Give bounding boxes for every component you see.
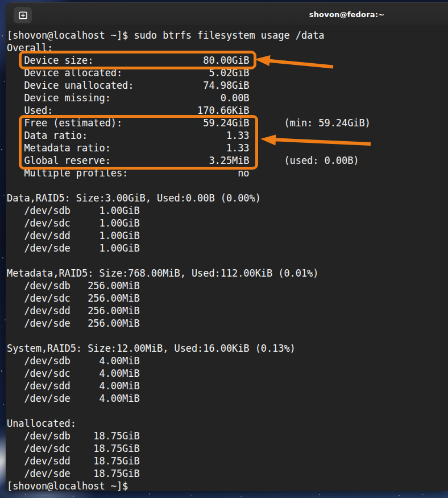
terminal-line: /dev/sdd 4.00MiB <box>7 380 448 392</box>
terminal-line: Free (estimated): 59.24GiB (min: 59.24Gi… <box>7 117 448 129</box>
terminal-line-prompt: [shovon@localhost ~]$ <box>7 480 448 491</box>
terminal-line: /dev/sdb 1.00GiB <box>7 204 448 217</box>
terminal-line <box>7 254 448 267</box>
terminal-line: /dev/sde 18.75GiB <box>7 467 448 480</box>
terminal-line: Metadata,RAID5: Size:768.00MiB, Used:112… <box>7 267 448 279</box>
terminal-line: Multiple profiles: no <box>7 167 448 179</box>
window-title: shovon@fedora:~ <box>290 10 404 19</box>
terminal-line: /dev/sde 1.00GiB <box>7 242 448 254</box>
terminal-line: Data ratio: 1.33 <box>7 129 448 142</box>
terminal-line: /dev/sdd 1.00GiB <box>7 229 448 242</box>
terminal-line: /dev/sde 4.00MiB <box>7 392 448 405</box>
terminal-line: /dev/sde 256.00MiB <box>7 317 448 330</box>
terminal-line: Used: 170.66KiB <box>7 104 448 117</box>
terminal-line: System,RAID5: Size:12.00MiB, Used:16.00K… <box>7 342 448 355</box>
terminal-line: Device missing: 0.00B <box>7 92 448 104</box>
wallpaper-stars <box>0 0 1 1</box>
new-tab-icon <box>18 11 28 20</box>
terminal-line: Global reserve: 3.25MiB (used: 0.00B) <box>7 154 448 167</box>
terminal-line: /dev/sdc 18.75GiB <box>7 442 448 455</box>
terminal-line: /dev/sdd 256.00MiB <box>7 304 448 317</box>
new-tab-button[interactable] <box>14 7 32 23</box>
terminal-line: /dev/sdc 4.00MiB <box>7 367 448 380</box>
terminal-line: /dev/sdc 256.00MiB <box>7 292 448 304</box>
terminal-line: /dev/sdb 4.00MiB <box>7 355 448 367</box>
terminal-line <box>7 330 448 342</box>
terminal-line: Overall: <box>7 42 448 54</box>
terminal-line: Device unallocated: 74.98GiB <box>7 79 448 92</box>
terminal-window: shovon@fedora:~ [shovon@localhost ~]$ su… <box>6 2 448 491</box>
terminal-line: Metadata ratio: 1.33 <box>7 142 448 154</box>
terminal-line: /dev/sdb 256.00MiB <box>7 279 448 292</box>
terminal-line: Device allocated: 5.02GiB <box>7 67 448 79</box>
terminal-line: /dev/sdc 1.00GiB <box>7 217 448 229</box>
terminal-screen[interactable]: [shovon@localhost ~]$ sudo btrfs filesys… <box>6 26 448 491</box>
terminal-line <box>7 179 448 192</box>
terminal-line: /dev/sdd 18.75GiB <box>7 455 448 467</box>
terminal-line: Data,RAID5: Size:3.00GiB, Used:0.00B (0.… <box>7 192 448 204</box>
terminal-line: Unallocated: <box>7 417 448 430</box>
terminal-line-command: [shovon@localhost ~]$ sudo btrfs filesys… <box>7 29 448 42</box>
terminal-line: /dev/sdb 18.75GiB <box>7 430 448 442</box>
terminal-line <box>7 405 448 417</box>
titlebar[interactable]: shovon@fedora:~ <box>6 2 448 26</box>
terminal-line: Device size: 80.00GiB <box>7 54 448 67</box>
